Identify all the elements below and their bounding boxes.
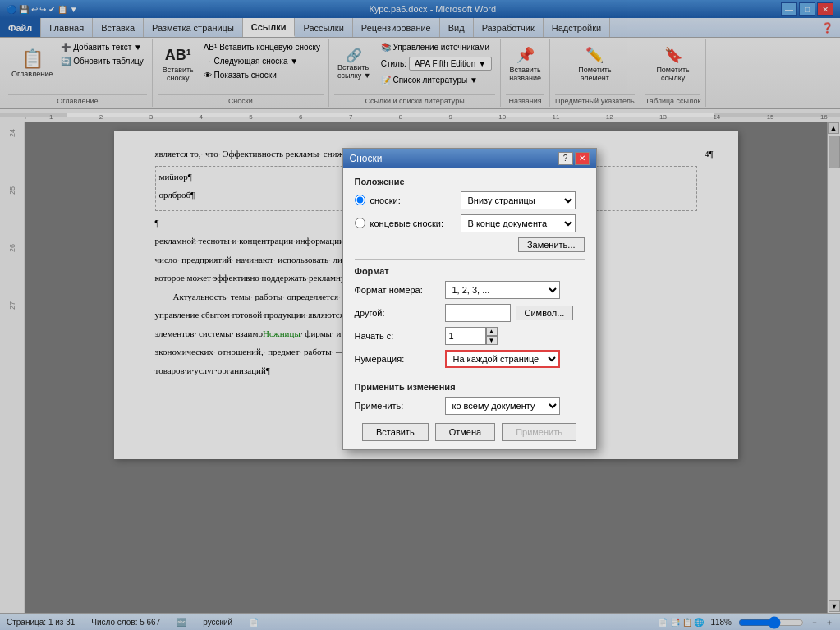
start-from-up[interactable]: ▲	[486, 327, 498, 336]
start-from-label: Начать с:	[355, 331, 445, 341]
endnotes-row: концевые сноски: В конце документа	[355, 214, 585, 232]
modal-overlay: Сноски ? ✕ Положение сноски: Внизу стран…	[0, 0, 840, 630]
modal-buttons: Вставить Отмена Применить	[355, 423, 585, 441]
numbering-row: Нумерация: На каждой странице	[355, 350, 585, 368]
footnotes-position-select[interactable]: Внизу страницы	[461, 191, 576, 209]
modal-title-text: Сноски	[350, 153, 383, 164]
modal-divider-1	[355, 259, 585, 260]
numbering-label: Нумерация:	[355, 354, 445, 364]
apply-section: Применить изменения Применить: ко всему …	[355, 382, 585, 415]
apply-row: Применить: ко всему документу	[355, 397, 585, 415]
start-from-row: Начать с: ▲ ▼	[355, 327, 585, 345]
apply-select[interactable]: ко всему документу	[445, 397, 560, 415]
footnotes-row: сноски: Внизу страницы	[355, 191, 585, 209]
symbol-button[interactable]: Символ...	[516, 306, 574, 320]
footnotes-label: сноски:	[370, 195, 461, 205]
cancel-button[interactable]: Отмена	[435, 423, 495, 441]
endnotes-position-select[interactable]: В конце документа	[461, 214, 576, 232]
start-from-input[interactable]	[445, 327, 486, 345]
modal-title-bar: Сноски ? ✕	[343, 149, 596, 168]
modal-divider-2	[355, 375, 585, 375]
apply-label: Применить:	[355, 401, 445, 411]
numbering-select[interactable]: На каждой странице	[445, 350, 560, 368]
footnotes-dialog: Сноски ? ✕ Положение сноски: Внизу стран…	[342, 148, 597, 450]
apply-button[interactable]: Применить	[502, 423, 576, 441]
footnotes-radio[interactable]	[355, 195, 365, 205]
modal-body: Положение сноски: Внизу страницы концевы…	[343, 168, 596, 449]
position-section-label: Положение	[355, 177, 585, 186]
endnotes-label: концевые сноски:	[370, 218, 461, 228]
other-row: другой: Символ...	[355, 304, 585, 322]
modal-close-button[interactable]: ✕	[575, 152, 590, 165]
other-input[interactable]	[445, 304, 511, 322]
format-section-label: Формат	[355, 266, 585, 276]
replace-button[interactable]: Заменить...	[518, 237, 585, 252]
insert-button[interactable]: Вставить	[362, 423, 429, 441]
other-label: другой:	[355, 308, 445, 318]
modal-help-button[interactable]: ?	[558, 152, 573, 165]
number-format-label: Формат номера:	[355, 285, 445, 295]
apply-changes-label: Применить изменения	[355, 382, 585, 392]
number-format-row: Формат номера: 1, 2, 3, ...	[355, 281, 585, 299]
number-format-select[interactable]: 1, 2, 3, ...	[445, 281, 560, 299]
endnotes-radio[interactable]	[355, 218, 365, 228]
start-from-down[interactable]: ▼	[486, 336, 498, 345]
